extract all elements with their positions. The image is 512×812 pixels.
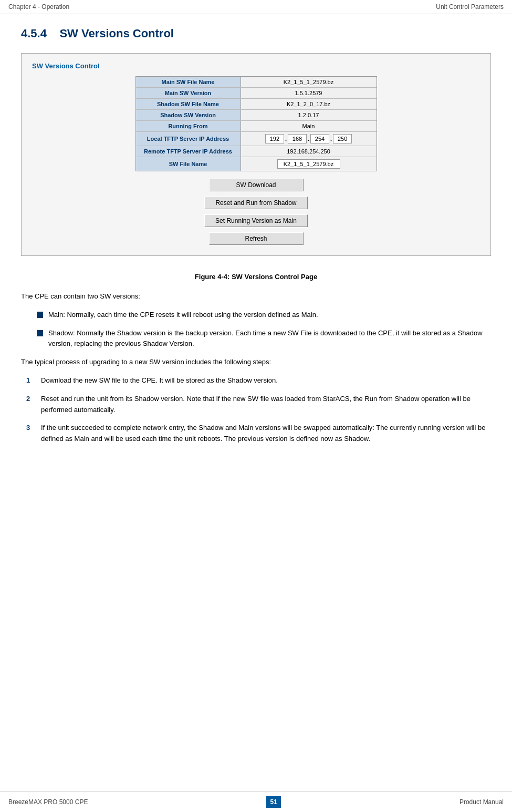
step-num-3: 3: [26, 423, 38, 434]
row-value-1: 1.5.1.2579: [241, 88, 377, 98]
ip-input-group: . . .: [265, 134, 352, 143]
ip-octet-4[interactable]: [333, 134, 352, 143]
row-label-0: Main SW File Name: [136, 77, 241, 87]
bullet-list: Main: Normally, each time the CPE resets…: [37, 310, 491, 350]
refresh-button[interactable]: Refresh: [209, 232, 304, 245]
typical-process-intro: The typical process of upgrading to a ne…: [21, 357, 491, 368]
row-value-0: K2_1_5_1_2579.bz: [241, 77, 377, 87]
footer-page-number: 51: [266, 796, 281, 808]
table-row: Running From Main: [136, 121, 377, 132]
ip-octet-3[interactable]: [310, 134, 329, 143]
footer-right: Product Manual: [459, 798, 504, 806]
sw-filename-input[interactable]: [277, 159, 340, 169]
row-value-6: 192.168.254.250: [241, 146, 377, 157]
table-row: SW File Name: [136, 157, 377, 171]
step-text-3: If the unit succeeded to complete networ…: [41, 423, 491, 445]
row-value-7: [241, 157, 377, 171]
header-right: Unit Control Parameters: [436, 3, 504, 11]
row-label-4: Running From: [136, 121, 241, 131]
main-content: 4.5.4 SW Versions Control SW Versions Co…: [0, 14, 512, 473]
figure-box: SW Versions Control Main SW File Name K2…: [21, 53, 491, 256]
ip-dot-2: .: [308, 136, 309, 142]
step-text-2: Reset and run the unit from its Shadow v…: [41, 394, 491, 416]
row-value-5: . . .: [241, 132, 377, 146]
list-item: Main: Normally, each time the CPE resets…: [37, 310, 491, 321]
numbered-list: 1 Download the new SW file to the CPE. I…: [26, 375, 491, 445]
figure-caption: Figure 4-4: SW Versions Control Page: [21, 273, 491, 281]
table-row: Main SW Version 1.5.1.2579: [136, 88, 377, 99]
sw-download-button[interactable]: SW Download: [209, 179, 304, 191]
panel-title: SW Versions Control: [32, 62, 480, 70]
list-item: 2 Reset and run the unit from its Shadow…: [26, 394, 491, 416]
bullet-icon: [37, 312, 43, 318]
footer-left: BreezeMAX PRO 5000 CPE: [8, 798, 88, 806]
row-value-2: K2_1_2_0_17.bz: [241, 99, 377, 109]
body-intro: The CPE can contain two SW versions:: [21, 291, 491, 302]
step-text-1: Download the new SW file to the CPE. It …: [41, 375, 491, 386]
reset-run-shadow-button[interactable]: Reset and Run from Shadow: [204, 197, 307, 209]
ip-octet-2[interactable]: [288, 134, 307, 143]
step-num-1: 1: [26, 375, 38, 386]
row-value-3: 1.2.0.17: [241, 110, 377, 120]
bullet-text-0: Main: Normally, each time the CPE resets…: [48, 310, 318, 321]
bullet-text-1: Shadow: Normally the Shadow version is t…: [48, 328, 491, 350]
row-value-4: Main: [241, 121, 377, 131]
table-row: Remote TFTP Server IP Address 192.168.25…: [136, 146, 377, 157]
set-running-main-button[interactable]: Set Running Version as Main: [204, 214, 308, 227]
list-item: Shadow: Normally the Shadow version is t…: [37, 328, 491, 350]
section-heading: 4.5.4 SW Versions Control: [21, 27, 491, 40]
buttons-area: SW Download Reset and Run from Shadow Se…: [32, 179, 480, 245]
page-header: Chapter 4 - Operation Unit Control Param…: [0, 0, 512, 14]
list-item: 1 Download the new SW file to the CPE. I…: [26, 375, 491, 386]
table-row: Local TFTP Server IP Address . . .: [136, 132, 377, 146]
bullet-icon: [37, 330, 43, 336]
step-num-2: 2: [26, 394, 38, 405]
row-label-2: Shadow SW File Name: [136, 99, 241, 109]
table-row: Shadow SW File Name K2_1_2_0_17.bz: [136, 99, 377, 110]
ip-dot-3: .: [330, 136, 332, 142]
header-left: Chapter 4 - Operation: [8, 3, 69, 11]
ip-octet-1[interactable]: [265, 134, 284, 143]
page-footer: BreezeMAX PRO 5000 CPE 51 Product Manual: [0, 792, 512, 812]
row-label-7: SW File Name: [136, 157, 241, 171]
section-number: 4.5.4: [21, 27, 47, 40]
ip-dot-1: .: [285, 136, 287, 142]
row-label-6: Remote TFTP Server IP Address: [136, 146, 241, 157]
list-item: 3 If the unit succeeded to complete netw…: [26, 423, 491, 445]
row-label-5: Local TFTP Server IP Address: [136, 132, 241, 146]
control-panel: Main SW File Name K2_1_5_1_2579.bz Main …: [135, 76, 377, 171]
section-title: SW Versions Control: [59, 27, 174, 40]
table-row: Shadow SW Version 1.2.0.17: [136, 110, 377, 121]
table-row: Main SW File Name K2_1_5_1_2579.bz: [136, 77, 377, 88]
row-label-1: Main SW Version: [136, 88, 241, 98]
row-label-3: Shadow SW Version: [136, 110, 241, 120]
